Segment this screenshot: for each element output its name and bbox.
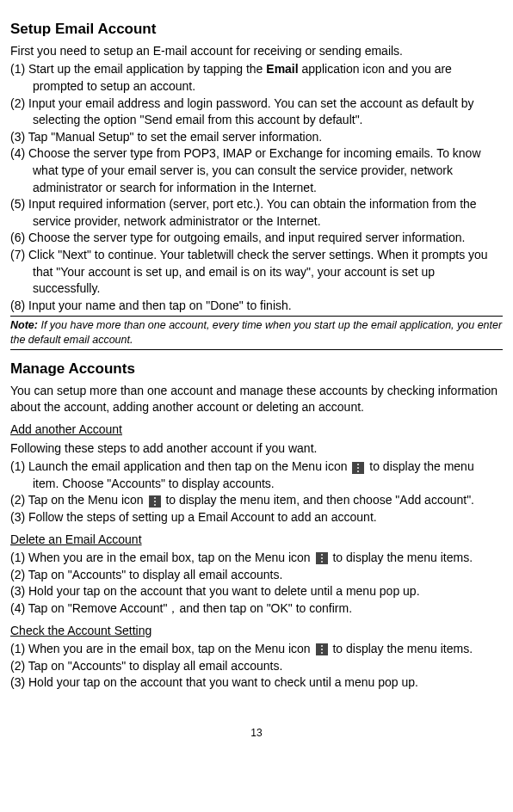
add-step-2: (2) Tap on the Menu icon to display the … (10, 492, 503, 509)
delete-step-2: (2) Tap on "Accounts" to display all ema… (10, 567, 503, 584)
delete-step-4: (4) Tap on "Remove Account"，and then tap… (10, 600, 503, 618)
setup-step-8: (8) Input your name and then tap on "Don… (10, 298, 503, 315)
setup-heading: Setup Email Account (10, 19, 503, 40)
add-subheading: Add another Account (10, 421, 503, 439)
check-step-2: (2) Tap on "Accounts" to display all ema… (10, 658, 503, 675)
setup-step-2: (2) Input your email address and login p… (10, 95, 503, 129)
check-subheading: Check the Account Setting (10, 623, 503, 640)
note-text: If you have more than one account, every… (10, 319, 502, 346)
setup-step-7: (7) Click "Next" to continue. Your table… (10, 247, 503, 298)
check-step-1: (1) When you are in the email box, tap o… (10, 641, 503, 658)
page-number: 13 (10, 726, 503, 741)
setup-step-4: (4) Choose the server type from POP3, IM… (10, 145, 503, 196)
add-step-3: (3) Follow the steps of setting up a Ema… (10, 509, 503, 526)
manage-intro: You can setup more than one account and … (10, 383, 503, 416)
setup-step-5: (5) Input required information (server, … (10, 196, 503, 230)
setup-intro: First you need to setup an E-mail accoun… (10, 43, 503, 60)
setup-step-1: (1) Start up the email application by ta… (10, 61, 503, 95)
delete-step-1-pre: (1) When you are in the email box, tap o… (10, 551, 314, 564)
note-label: Note: (10, 319, 38, 331)
menu-icon (316, 643, 328, 655)
manage-heading: Manage Accounts (10, 359, 503, 379)
divider-1 (10, 316, 503, 317)
add-step-1-pre: (1) Launch the email application and the… (10, 459, 350, 473)
delete-step-3: (3) Hold your tap on the account that yo… (10, 583, 503, 600)
setup-step-1-pre: (1) Start up the email application by ta… (10, 62, 266, 76)
add-step-2-post: to display the menu item, and then choos… (163, 493, 475, 507)
add-step-1: (1) Launch the email application and the… (10, 458, 503, 492)
setup-note: Note: If you have more than one account,… (10, 318, 503, 348)
setup-step-3: (3) Tap "Manual Setup" to set the email … (10, 129, 503, 146)
check-step-3: (3) Hold your tap on the account that yo… (10, 674, 503, 692)
setup-step-1-bold: Email (266, 62, 298, 76)
setup-step-6: (6) Choose the server type for outgoing … (10, 230, 503, 247)
delete-step-1: (1) When you are in the email box, tap o… (10, 550, 503, 567)
add-intro: Following these steps to add another acc… (10, 440, 503, 458)
check-step-1-post: to display the menu items. (330, 642, 473, 655)
add-step-2-pre: (2) Tap on the Menu icon (10, 493, 147, 507)
delete-subheading: Delete an Email Account (10, 532, 503, 549)
check-step-1-pre: (1) When you are in the email box, tap o… (10, 642, 314, 655)
delete-step-1-post: to display the menu items. (330, 551, 473, 564)
menu-icon (149, 495, 161, 508)
divider-2 (10, 349, 503, 350)
menu-icon (316, 552, 328, 564)
menu-icon (352, 462, 364, 474)
